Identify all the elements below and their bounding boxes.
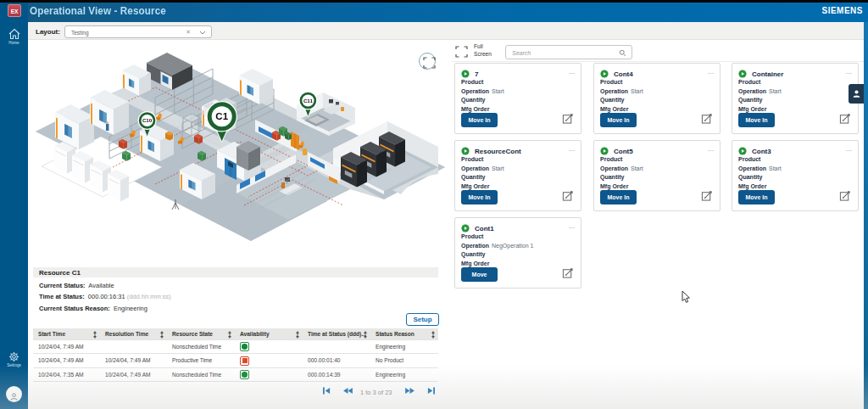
- svg-text:C1: C1: [215, 111, 228, 121]
- svg-text:C11: C11: [303, 98, 314, 104]
- svg-text:C10: C10: [142, 117, 153, 123]
